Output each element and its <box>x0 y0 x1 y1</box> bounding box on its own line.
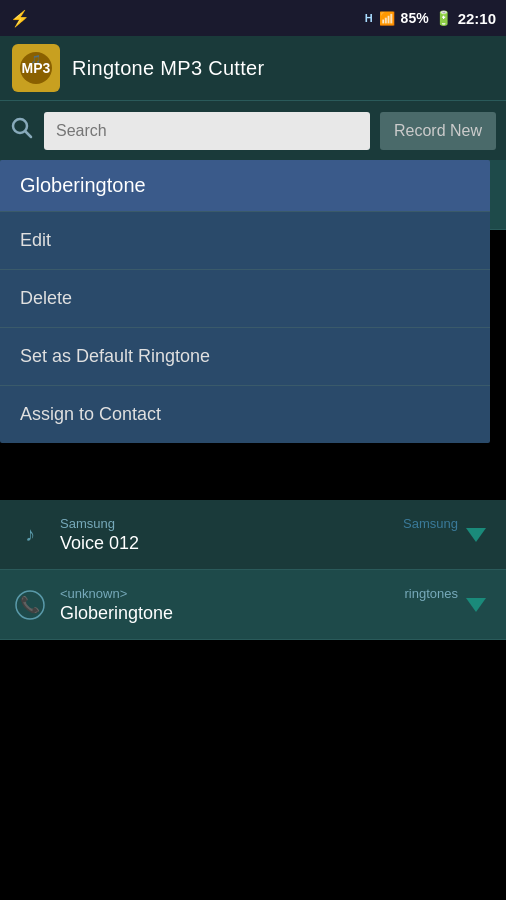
expand-button[interactable] <box>458 517 494 553</box>
search-input[interactable] <box>44 112 370 150</box>
status-right: H 📶 85% 🔋 22:10 <box>365 10 496 27</box>
toolbar: Record New <box>0 100 506 160</box>
context-menu-edit[interactable]: Edit <box>0 211 490 269</box>
app-title: Ringtone MP3 Cutter <box>72 57 264 80</box>
bottom-area <box>0 640 506 860</box>
list-item-title: Voice 012 <box>60 533 458 554</box>
list-item-title: Globeringtone <box>60 603 458 624</box>
music-icon: ♪ <box>12 517 48 553</box>
battery-percent: 85% <box>401 10 429 26</box>
list-item-source: Samsung <box>60 516 115 531</box>
list-item-tag: Samsung Samsung <box>60 516 458 531</box>
svg-text:♪: ♪ <box>25 523 35 545</box>
list-item-category: ringtones <box>405 586 458 601</box>
chevron-down-icon <box>466 528 486 542</box>
svg-text:🎵: 🎵 <box>31 54 41 64</box>
clock: 22:10 <box>458 10 496 27</box>
usb-icon: ⚡ <box>10 9 30 28</box>
context-menu-delete[interactable]: Delete <box>0 269 490 327</box>
list-item-tag: <unknown> ringtones <box>60 586 458 601</box>
list-item[interactable]: 📞 <unknown> ringtones Globeringtone <box>0 570 506 640</box>
record-new-button[interactable]: Record New <box>380 112 496 150</box>
app-logo-icon: MP3 🎵 <box>18 50 54 86</box>
sim-icon: 📶 <box>379 11 395 26</box>
app-logo: MP3 🎵 <box>12 44 60 92</box>
search-icon <box>10 116 34 146</box>
svg-text:📞: 📞 <box>20 595 40 614</box>
context-menu-set-default[interactable]: Set as Default Ringtone <box>0 327 490 385</box>
list-item-content: Samsung Samsung Voice 012 <box>60 516 458 554</box>
list-item[interactable]: ♪ Samsung Samsung Voice 012 <box>0 500 506 570</box>
list-item-content: <unknown> ringtones Globeringtone <box>60 586 458 624</box>
svg-line-4 <box>26 131 32 137</box>
network-label: H <box>365 12 373 24</box>
battery-icon: 🔋 <box>435 10 452 26</box>
status-left: ⚡ <box>10 9 30 28</box>
list-item-source: <unknown> <box>60 586 127 601</box>
chevron-down-icon <box>466 598 486 612</box>
status-bar: ⚡ H 📶 85% 🔋 22:10 <box>0 0 506 36</box>
expand-button[interactable] <box>458 587 494 623</box>
context-menu-assign-contact[interactable]: Assign to Contact <box>0 385 490 443</box>
context-menu: Globeringtone Edit Delete Set as Default… <box>0 160 490 443</box>
app-bar: MP3 🎵 Ringtone MP3 Cutter <box>0 36 506 100</box>
list-item-category: Samsung <box>403 516 458 531</box>
context-menu-title: Globeringtone <box>20 174 146 196</box>
phone-icon: 📞 <box>12 587 48 623</box>
context-menu-header: Globeringtone <box>0 160 490 211</box>
